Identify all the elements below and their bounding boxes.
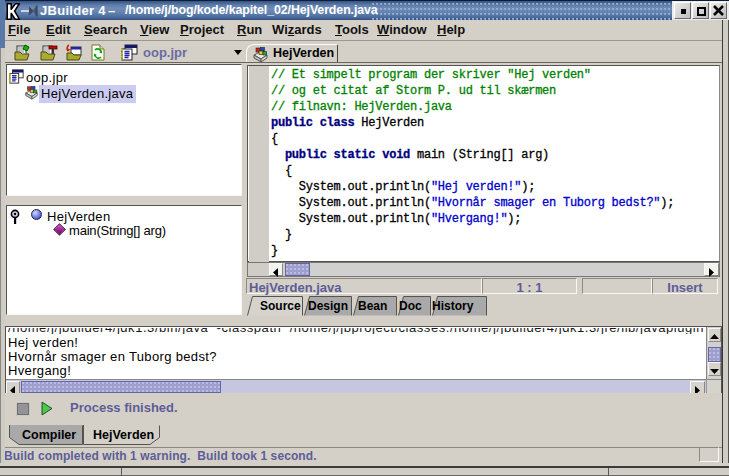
svg-text:Bean: Bean xyxy=(358,299,387,313)
svg-text:Source: Source xyxy=(260,299,301,313)
svg-text:Compiler: Compiler xyxy=(22,428,76,442)
svg-text:HejVerden: HejVerden xyxy=(93,428,154,442)
svg-text:Design: Design xyxy=(308,299,348,313)
svg-text:Doc: Doc xyxy=(399,299,422,313)
svg-text:History: History xyxy=(432,299,474,313)
